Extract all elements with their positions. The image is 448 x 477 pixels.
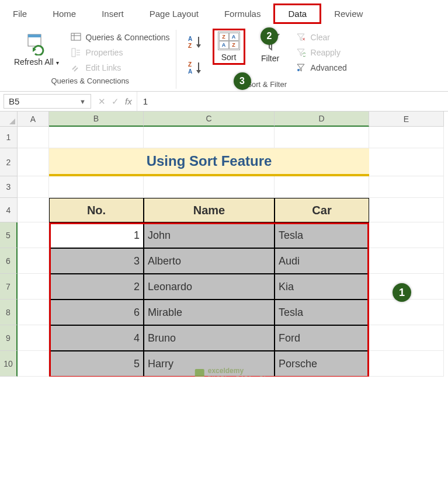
cell[interactable] bbox=[18, 351, 49, 377]
cell[interactable] bbox=[369, 148, 444, 176]
edit-links-icon bbox=[71, 62, 81, 73]
tab-page-layout[interactable]: Page Layout bbox=[137, 5, 211, 22]
cell[interactable] bbox=[18, 127, 49, 148]
svg-rect-6 bbox=[72, 48, 75, 57]
group-sort-filter: A Z Z A ZA bbox=[181, 30, 353, 89]
cell-name[interactable]: Alberto bbox=[144, 248, 275, 274]
properties-button[interactable]: Properties bbox=[71, 47, 170, 58]
cell[interactable] bbox=[144, 127, 275, 148]
cell[interactable] bbox=[49, 127, 144, 148]
cell-name[interactable]: Mirable bbox=[144, 300, 275, 325]
table-header-name[interactable]: Name bbox=[144, 198, 275, 222]
cell[interactable] bbox=[18, 325, 49, 351]
cell[interactable] bbox=[18, 198, 49, 222]
callout-3: 3 bbox=[234, 72, 251, 90]
properties-icon bbox=[71, 47, 81, 58]
cell-car[interactable]: Tesla bbox=[275, 222, 369, 248]
clear-button[interactable]: Clear bbox=[296, 32, 347, 43]
cell-name[interactable]: John bbox=[144, 222, 275, 248]
cell[interactable] bbox=[369, 325, 444, 351]
col-header-B[interactable]: B bbox=[49, 112, 144, 127]
select-all-corner[interactable] bbox=[0, 112, 18, 127]
row-header[interactable]: 1 bbox=[0, 127, 18, 148]
cell-no[interactable]: 2 bbox=[49, 274, 144, 300]
title-cell[interactable]: Using Sort Feature bbox=[49, 148, 369, 176]
cell[interactable] bbox=[275, 176, 369, 198]
cell[interactable] bbox=[49, 176, 144, 198]
formula-input[interactable]: 1 bbox=[137, 92, 448, 111]
table-header-car[interactable]: Car bbox=[275, 198, 369, 222]
row-header[interactable]: 3 bbox=[0, 176, 18, 198]
col-header-D[interactable]: D bbox=[275, 112, 369, 127]
cell-no[interactable]: 3 bbox=[49, 248, 144, 274]
row-header[interactable]: 7 bbox=[0, 274, 18, 300]
table-header-no[interactable]: No. bbox=[49, 198, 144, 222]
sort-asc-button[interactable]: A Z bbox=[187, 33, 204, 51]
svg-rect-3 bbox=[71, 33, 81, 40]
reapply-icon bbox=[296, 47, 306, 58]
group-queries-connections: Refresh All ▾ Queries & Connections Prop… bbox=[5, 30, 176, 89]
cell[interactable] bbox=[18, 222, 49, 248]
name-box-value: B5 bbox=[9, 96, 19, 106]
col-header-E[interactable]: E bbox=[369, 112, 444, 127]
cell-no[interactable]: 6 bbox=[49, 300, 144, 325]
svg-text:Z: Z bbox=[188, 43, 192, 49]
col-header-C[interactable]: C bbox=[144, 112, 275, 127]
row-header[interactable]: 2 bbox=[0, 148, 18, 176]
cell[interactable] bbox=[18, 300, 49, 325]
cell-car[interactable]: Audi bbox=[275, 248, 369, 274]
refresh-all-button[interactable]: Refresh All ▾ bbox=[11, 30, 62, 69]
tab-insert[interactable]: Insert bbox=[89, 5, 137, 22]
cell-car[interactable]: Tesla bbox=[275, 300, 369, 325]
accept-formula-icon[interactable]: ✓ bbox=[112, 96, 119, 107]
cell-no[interactable]: 5 bbox=[49, 351, 144, 377]
sort-desc-icon: Z A bbox=[188, 61, 203, 75]
cell[interactable] bbox=[369, 127, 444, 148]
cancel-formula-icon[interactable]: ✕ bbox=[98, 96, 106, 107]
row-header[interactable]: 5 bbox=[0, 222, 18, 248]
tab-review[interactable]: Review bbox=[321, 5, 376, 22]
cell[interactable] bbox=[369, 351, 444, 377]
cell[interactable] bbox=[275, 127, 369, 148]
ribbon-tabs: File Home Insert Page Layout Formulas Da… bbox=[0, 0, 448, 24]
cell[interactable] bbox=[144, 176, 275, 198]
row-header[interactable]: 6 bbox=[0, 248, 18, 274]
edit-links-button[interactable]: Edit Links bbox=[71, 62, 170, 73]
cell[interactable] bbox=[369, 222, 444, 248]
tab-formulas[interactable]: Formulas bbox=[211, 5, 274, 22]
queries-connections-label: Queries & Connections bbox=[86, 33, 170, 42]
cell-car[interactable]: Porsche bbox=[275, 351, 369, 377]
cell-name[interactable]: Leonardo bbox=[144, 274, 275, 300]
row-header[interactable]: 8 bbox=[0, 300, 18, 325]
name-box[interactable]: B5 ▼ bbox=[4, 94, 91, 109]
reapply-button[interactable]: Reapply bbox=[296, 47, 347, 58]
tab-data[interactable]: Data bbox=[273, 4, 321, 24]
cell[interactable] bbox=[18, 176, 49, 198]
sort-desc-button[interactable]: Z A bbox=[187, 59, 204, 76]
cell[interactable] bbox=[18, 148, 49, 176]
cell[interactable] bbox=[369, 176, 444, 198]
cell[interactable] bbox=[18, 274, 49, 300]
row-header[interactable]: 10 bbox=[0, 351, 18, 377]
fx-icon[interactable]: fx bbox=[125, 96, 132, 106]
cell-car[interactable]: Ford bbox=[275, 325, 369, 351]
tab-file[interactable]: File bbox=[0, 5, 40, 22]
sort-dialog-icon: ZA AZ bbox=[218, 32, 240, 50]
queries-connections-button[interactable]: Queries & Connections bbox=[71, 32, 170, 43]
advanced-button[interactable]: Advanced bbox=[296, 62, 347, 73]
cell[interactable] bbox=[369, 198, 444, 222]
col-header-A[interactable]: A bbox=[18, 112, 49, 127]
row-header[interactable]: 4 bbox=[0, 198, 18, 222]
filter-label: Filter bbox=[261, 54, 279, 63]
svg-marker-17 bbox=[196, 70, 201, 74]
cell-car[interactable]: Kia bbox=[275, 274, 369, 300]
cell[interactable] bbox=[369, 248, 444, 274]
tab-home[interactable]: Home bbox=[40, 5, 89, 22]
cell-no[interactable]: 4 bbox=[49, 325, 144, 351]
row-header[interactable]: 9 bbox=[0, 325, 18, 351]
cell[interactable] bbox=[369, 300, 444, 325]
cell-name[interactable]: Bruno bbox=[144, 325, 275, 351]
cell-no[interactable]: 1 bbox=[49, 222, 144, 248]
cell[interactable] bbox=[18, 248, 49, 274]
sort-button[interactable]: ZA AZ Sort bbox=[213, 29, 245, 65]
